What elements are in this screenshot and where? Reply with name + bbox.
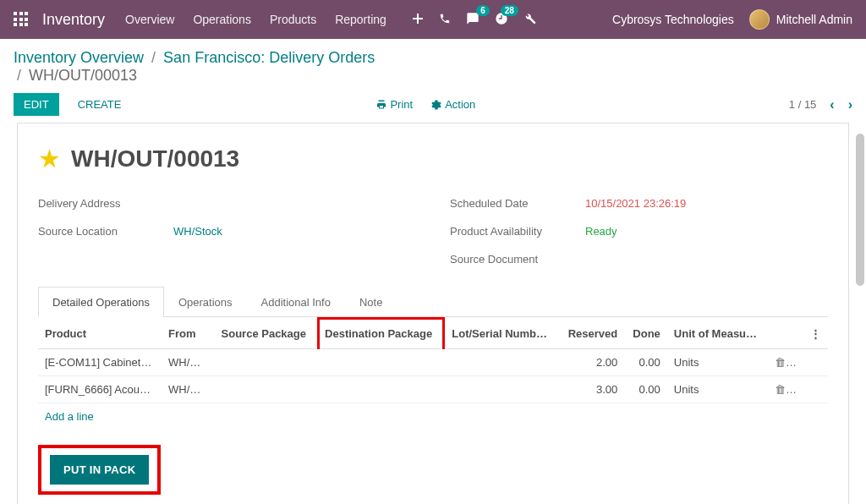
tabs: Detailed Operations Operations Additiona… (38, 286, 828, 317)
edit-button[interactable]: EDIT (14, 93, 59, 116)
apps-icon[interactable] (14, 12, 29, 27)
put-in-pack-button[interactable]: PUT IN PACK (50, 455, 149, 485)
scrollbar[interactable] (856, 134, 864, 286)
tab-detailed-operations[interactable]: Detailed Operations (38, 287, 164, 317)
nav-reporting[interactable]: Reporting (335, 13, 386, 26)
delivery-address-label: Delivery Address (38, 197, 173, 210)
form-sheet: ★ WH/OUT/00013 Delivery Address Source L… (17, 123, 849, 504)
col-source-package[interactable]: Source Package (215, 319, 319, 349)
chat-badge: 6 (476, 5, 490, 16)
avatar (749, 9, 770, 30)
trash-icon[interactable]: 🗑… (768, 348, 803, 375)
nav-overview[interactable]: Overview (125, 13, 174, 26)
create-button[interactable]: CREATE (68, 93, 132, 116)
nav-products[interactable]: Products (270, 13, 316, 26)
breadcrumb: Inventory Overview / San Francisco: Deli… (14, 49, 852, 85)
add-line-button[interactable]: Add a line (38, 403, 828, 430)
gear-icon (431, 100, 441, 110)
clock-badge: 28 (501, 5, 518, 16)
action-dropdown[interactable]: Action (431, 98, 475, 111)
wrench-icon[interactable] (523, 12, 537, 28)
tab-additional-info[interactable]: Additional Info (247, 287, 345, 317)
chat-icon[interactable]: 6 (466, 12, 480, 28)
availability-value: Ready (585, 225, 617, 238)
user-menu[interactable]: Mitchell Admin (749, 9, 852, 30)
pager: 1 / 15 ‹ › (789, 97, 852, 112)
table-row[interactable]: [FURN_6666] Acousti… WH/Sto… 3.00 0.00 U… (38, 375, 828, 403)
app-brand[interactable]: Inventory (42, 11, 105, 29)
pager-next[interactable]: › (848, 97, 852, 112)
print-action[interactable]: Print (376, 98, 413, 111)
print-icon (376, 100, 386, 110)
scheduled-date-label: Scheduled Date (450, 197, 585, 210)
col-product[interactable]: Product (38, 319, 162, 349)
put-in-pack-highlight: PUT IN PACK (38, 445, 161, 495)
user-name: Mitchell Admin (776, 13, 852, 26)
source-document-label: Source Document (450, 253, 585, 266)
plus-icon[interactable] (412, 13, 424, 27)
col-reserved[interactable]: Reserved (559, 319, 625, 349)
top-navbar: Inventory Overview Operations Products R… (0, 0, 866, 39)
company-switcher[interactable]: Cybrosys Technologies (612, 13, 734, 26)
pager-position: 1 / 15 (789, 98, 817, 111)
clock-icon[interactable]: 28 (495, 12, 508, 28)
col-destination-package[interactable]: Destination Package (319, 319, 444, 349)
col-uom[interactable]: Unit of Measu… (667, 319, 768, 349)
control-bar: Inventory Overview / San Francisco: Deli… (0, 39, 866, 123)
col-lot-serial[interactable]: Lot/Serial Numb… (444, 319, 559, 349)
pager-prev[interactable]: ‹ (830, 97, 834, 112)
table-row[interactable]: [E-COM11] Cabinet wi… WH/Sto… 2.00 0.00 … (38, 348, 828, 375)
scheduled-date-value: 10/15/2021 23:26:19 (585, 197, 686, 210)
page-title: WH/OUT/00013 (71, 145, 239, 173)
breadcrumb-root[interactable]: Inventory Overview (14, 49, 144, 66)
tab-operations[interactable]: Operations (164, 287, 247, 317)
col-done[interactable]: Done (624, 319, 667, 349)
breadcrumb-mid[interactable]: San Francisco: Delivery Orders (163, 49, 375, 66)
nav-operations[interactable]: Operations (193, 13, 250, 26)
breadcrumb-current: WH/OUT/00013 (29, 67, 137, 84)
phone-icon[interactable] (439, 13, 451, 27)
nav-icons-group: 6 28 (412, 12, 537, 28)
tab-note[interactable]: Note (345, 287, 397, 317)
kebab-icon[interactable]: ⋮ (803, 319, 828, 349)
operations-table: Product From Source Package Destination … (38, 317, 828, 430)
source-location-value[interactable]: WH/Stock (173, 225, 222, 238)
col-from[interactable]: From (162, 319, 215, 349)
availability-label: Product Availability (450, 225, 585, 238)
trash-icon[interactable]: 🗑… (768, 375, 803, 403)
source-location-label: Source Location (38, 225, 173, 238)
star-icon[interactable]: ★ (38, 144, 61, 173)
